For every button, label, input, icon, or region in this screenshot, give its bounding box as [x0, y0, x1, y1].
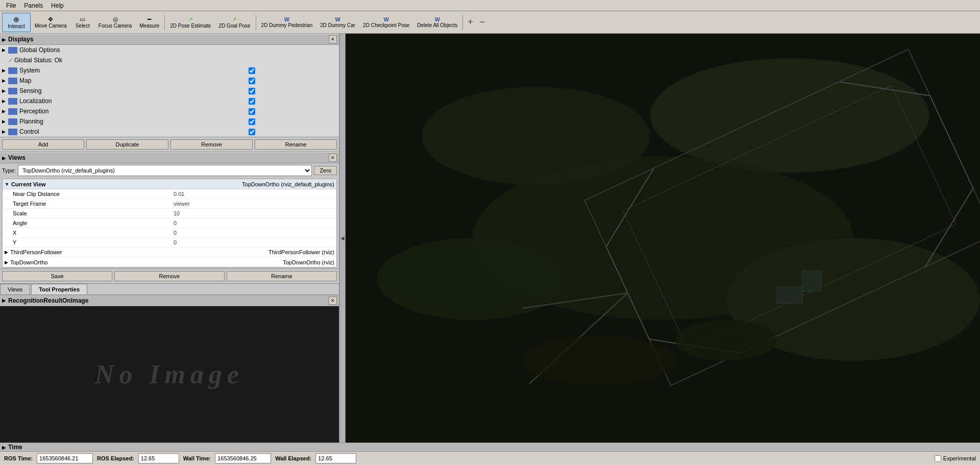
views-tree: ▼ Current View TopDownOrtho (rviz_defaul… — [2, 179, 337, 267]
topdown-type: TopDownOrtho (rviz) — [283, 259, 334, 265]
y-value: 0 — [174, 239, 334, 246]
displays-item-system[interactable]: ▶ System — [0, 65, 339, 76]
measure-button[interactable]: ━ Measure — [136, 13, 163, 32]
menu-file[interactable]: File — [2, 1, 20, 10]
tab-tool-properties[interactable]: Tool Properties — [31, 284, 87, 295]
current-view-row[interactable]: ▼ Current View TopDownOrtho (rviz_defaul… — [3, 179, 336, 189]
panel-collapse-handle[interactable]: ◀ — [339, 34, 346, 443]
goal-pose-button[interactable]: ↗ 2D Goal Pose — [215, 13, 254, 32]
label-map: Map — [19, 77, 249, 84]
scale-label: Scale — [13, 210, 174, 216]
add-tool-button[interactable]: + — [464, 17, 476, 28]
displays-add-button[interactable]: Add — [2, 139, 84, 150]
displays-header: ▶ Displays ✕ — [0, 34, 339, 45]
displays-item-sensing[interactable]: ▶ Sensing — [0, 86, 339, 96]
views-zero-button[interactable]: Zero — [314, 166, 337, 175]
time-collapse-icon[interactable]: ▶ — [2, 445, 6, 450]
views-save-button[interactable]: Save — [2, 271, 112, 281]
svg-point-2 — [650, 58, 929, 173]
wall-time-label: Wall Time: — [183, 455, 211, 461]
ros-elapsed-label: ROS Elapsed: — [97, 455, 134, 461]
displays-item-localization[interactable]: ▶ Localization — [0, 96, 339, 106]
views-collapse-icon[interactable]: ▶ — [2, 155, 6, 161]
check-control[interactable] — [249, 129, 255, 135]
folder-icon-planning — [8, 118, 17, 125]
saved-view-third-person[interactable]: ▶ ThirdPersonFollower ThirdPersonFollowe… — [3, 248, 336, 257]
check-system[interactable] — [249, 67, 255, 74]
delete-all-button[interactable]: W Delete All Objects — [413, 13, 461, 32]
aerial-view — [346, 34, 980, 443]
toolbar-separator-3 — [462, 15, 463, 30]
check-perception[interactable] — [249, 108, 255, 115]
toolbar: ⊕ Interact ✥ Move Camera ▭ Select ◎ Focu… — [0, 11, 980, 34]
views-remove-button[interactable]: Remove — [114, 271, 225, 281]
displays-duplicate-button[interactable]: Duplicate — [86, 139, 168, 150]
ros-time-label: ROS Time: — [4, 455, 33, 461]
check-map[interactable] — [249, 78, 255, 84]
wall-elapsed-value: 12.65 — [315, 453, 356, 463]
label-global-options: Global Options — [19, 46, 60, 54]
displays-title: Displays — [8, 36, 329, 43]
y-label: Y — [13, 239, 174, 246]
minus-button[interactable]: − — [477, 17, 488, 28]
label-control: Control — [19, 128, 249, 135]
experimental-checkbox[interactable] — [935, 455, 941, 462]
displays-item-perception[interactable]: ▶ Perception — [0, 106, 339, 116]
label-perception: Perception — [19, 108, 249, 115]
no-image-text: No Image — [95, 359, 244, 389]
tab-views[interactable]: Views — [0, 284, 30, 295]
menu-help[interactable]: Help — [47, 1, 68, 10]
time-values-row: ROS Time: 1653560846.21 ROS Elapsed: 12.… — [0, 452, 980, 465]
recognition-collapse-icon[interactable]: ▶ — [2, 298, 6, 303]
current-view-type: TopDownOrtho (rviz_default_plugins) — [242, 181, 334, 187]
experimental-label: Experimental — [943, 455, 976, 461]
pose-estimate-button[interactable]: ↗ 2D Pose Estimate — [166, 13, 214, 32]
displays-item-map[interactable]: ▶ Map — [0, 76, 339, 86]
views-type-select[interactable]: TopDownOrtho (rviz_default_plugins) — [18, 165, 312, 176]
checkpoint-pose-button[interactable]: W 2D Checkpoint Pose — [359, 13, 413, 32]
svg-point-4 — [377, 238, 568, 320]
check-sensing[interactable] — [249, 88, 255, 94]
arrow-global-options: ▶ — [2, 47, 8, 53]
views-buttons-row: Save Remove Rename — [0, 268, 339, 283]
view-prop-target-frame: Target Frame viewer — [3, 199, 336, 209]
folder-icon-sensing — [8, 88, 17, 94]
views-section: ▶ Views ✕ Type: TopDownOrtho (rviz_defau… — [0, 152, 339, 283]
near-clip-label: Near Clip Distance — [13, 191, 174, 197]
displays-close-btn[interactable]: ✕ — [329, 35, 337, 43]
menu-panels[interactable]: Panels — [20, 1, 47, 10]
move-camera-button[interactable]: ✥ Move Camera — [31, 13, 70, 32]
view-prop-y: Y 0 — [3, 238, 336, 248]
third-person-arrow: ▶ — [5, 250, 8, 255]
label-sensing: Sensing — [19, 87, 249, 94]
focus-camera-button[interactable]: ◎ Focus Camera — [95, 13, 136, 32]
check-planning[interactable] — [249, 118, 255, 125]
status-bar: ▶ Time ROS Time: 1653560846.21 ROS Elaps… — [0, 443, 980, 465]
check-localization[interactable] — [249, 98, 255, 105]
recognition-close-btn[interactable]: ✕ — [329, 297, 337, 305]
views-rename-button[interactable]: Rename — [227, 271, 337, 281]
displays-item-control[interactable]: ▶ Control — [0, 127, 339, 137]
x-value: 0 — [174, 230, 334, 236]
wall-elapsed-label: Wall Elapsed: — [275, 455, 311, 461]
folder-icon-localization — [8, 98, 17, 105]
dummy-pedestrian-button[interactable]: W 2D Dummy Pedestrian — [258, 13, 316, 32]
views-close-btn[interactable]: ✕ — [329, 154, 337, 162]
label-global-status: Global Status: Ok — [14, 57, 62, 64]
left-panel: ▶ Displays ✕ ▶ Global Options ✓ Global S… — [0, 34, 339, 443]
views-type-row: Type: TopDownOrtho (rviz_default_plugins… — [0, 163, 339, 178]
displays-remove-button[interactable]: Remove — [170, 139, 253, 150]
select-button[interactable]: ▭ Select — [71, 13, 94, 32]
displays-collapse-icon[interactable]: ▶ — [2, 37, 6, 42]
displays-item-planning[interactable]: ▶ Planning — [0, 116, 339, 127]
views-title: Views — [8, 154, 329, 161]
saved-view-topdown[interactable]: ▶ TopDownOrtho TopDownOrtho (rviz) — [3, 257, 336, 267]
displays-rename-button[interactable]: Rename — [255, 139, 337, 150]
dummy-car-button[interactable]: W 2D Dummy Car — [316, 13, 359, 32]
displays-item-global-status[interactable]: ✓ Global Status: Ok — [0, 55, 339, 65]
experimental-section: Experimental — [935, 455, 976, 462]
topdown-label: TopDownOrtho — [10, 259, 283, 265]
recognition-header: ▶ RecognitionResultOnImage ✕ — [0, 295, 339, 306]
interact-button[interactable]: ⊕ Interact — [2, 13, 31, 32]
displays-item-global-options[interactable]: ▶ Global Options — [0, 45, 339, 55]
